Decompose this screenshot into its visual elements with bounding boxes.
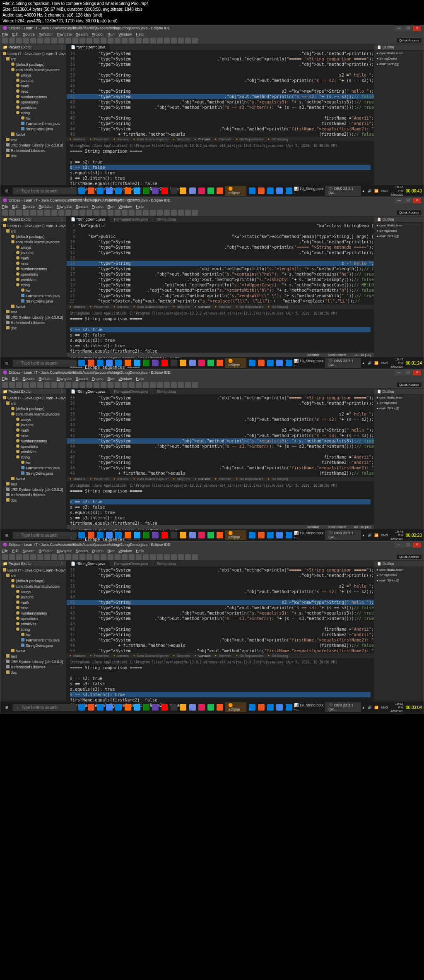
taskbar-icon[interactable]: [105, 530, 113, 540]
toolbar-icon[interactable]: [108, 382, 113, 388]
taskbar-icon[interactable]: [151, 358, 159, 368]
toolbar-icon[interactable]: [87, 554, 92, 560]
toolbar-icon[interactable]: [87, 210, 92, 216]
code-text[interactable]: "type">System: [78, 288, 147, 293]
tree-item[interactable]: misc: [1, 433, 65, 439]
outline-item[interactable]: ▸ main(String[]): [374, 578, 424, 583]
menu-item[interactable]: Run: [108, 377, 115, 381]
code-text[interactable]: "type">System: [78, 417, 244, 422]
taskbar-icon[interactable]: [198, 702, 206, 712]
toolbar-icon[interactable]: [37, 554, 43, 560]
menu-item[interactable]: Window: [118, 549, 132, 553]
editor-tab-active[interactable]: 📄 *StringDemo.java: [67, 389, 110, 394]
tree-item[interactable]: src: [1, 573, 65, 579]
tree-item[interactable]: com.itbulls.learnit.javacore: [1, 584, 65, 589]
minimize-button[interactable]: —: [395, 198, 403, 203]
tree-item[interactable]: primitives: [1, 449, 65, 455]
tree-item[interactable]: JRE System Library [jdk-13.0.2]: [1, 659, 65, 665]
code-text[interactable]: "type">System: [78, 126, 219, 132]
tree-item[interactable]: Referenced Libraries: [1, 320, 65, 326]
taskbar-icon[interactable]: [266, 702, 275, 712]
menu-item[interactable]: Help: [136, 377, 144, 381]
tree-item[interactable]: hw.txt: [1, 476, 65, 482]
console-tab[interactable]: 🔸 Servers: [112, 137, 129, 141]
taskbar-icon[interactable]: [124, 358, 132, 368]
menu-item[interactable]: Project: [92, 32, 104, 36]
tree-item[interactable]: string: [1, 283, 65, 288]
code-text[interactable]: "type">String: [78, 627, 324, 632]
taskbar-icon[interactable]: [207, 186, 215, 196]
taskbar-icon[interactable]: [216, 530, 224, 540]
tree-item[interactable]: StringDemo.java: [1, 127, 65, 132]
toolbar-icon[interactable]: [44, 554, 50, 560]
console-output[interactable]: StringDemo [Java Application] C:\Program…: [67, 142, 374, 185]
code-text[interactable]: "type">System: [78, 51, 299, 56]
taskbar-icon[interactable]: [275, 530, 284, 540]
taskbar-icon[interactable]: [96, 186, 104, 196]
taskbar-icon[interactable]: [257, 186, 265, 196]
toolbar-icon[interactable]: [80, 382, 85, 388]
toolbar-icon[interactable]: [192, 210, 198, 216]
tree-item[interactable]: hw: [1, 460, 65, 466]
toolbar-icon[interactable]: [143, 38, 149, 43]
taskbar-icon[interactable]: [275, 186, 284, 196]
outline-tab[interactable]: 📋 Outline: [374, 389, 424, 395]
tree-item[interactable]: numbersystems: [1, 439, 65, 444]
taskbar-icon[interactable]: [114, 358, 123, 368]
toolbar-icon[interactable]: [101, 38, 106, 43]
taskbar-icon[interactable]: [179, 358, 187, 368]
toolbar-icon[interactable]: [136, 38, 142, 43]
tree-item[interactable]: Learn IT - Java Core [Learn-IT-Java-Core…: [1, 396, 65, 401]
toolbar-icon[interactable]: [192, 382, 198, 388]
outline-item[interactable]: ▸ main(String[]): [374, 233, 424, 239]
editor-tab-active[interactable]: 📄 *StringDemo.java: [67, 216, 110, 222]
console-tab[interactable]: 🔸 Servers: [112, 654, 129, 658]
code-text[interactable]: "type">System: [78, 245, 224, 250]
tree-item[interactable]: JRE System Library [jdk-13.0.2]: [1, 143, 65, 148]
tree-item[interactable]: numbersystems: [1, 267, 65, 272]
toolbar-icon[interactable]: [136, 382, 142, 388]
taskbar-icon[interactable]: [275, 702, 284, 712]
search-box[interactable]: ○ Type here to search: [13, 360, 77, 367]
code-text[interactable]: "type">System: [78, 282, 162, 288]
console-tab[interactable]: 🔸 Terminal: [214, 477, 231, 481]
taskbar-icon[interactable]: [161, 186, 169, 196]
console-tab[interactable]: 🔸 Git Repositories: [235, 305, 263, 309]
toolbar-icon[interactable]: [178, 38, 184, 43]
system-tray[interactable]: ▲🔊📶ENG 10:47 PM4/5/2020 00:01:24: [362, 358, 422, 369]
toolbar-icon[interactable]: [157, 554, 163, 560]
code-text[interactable]: "type">System: [78, 277, 187, 282]
taskbar-icon[interactable]: [124, 186, 132, 196]
code-text[interactable]: [78, 67, 374, 72]
tree-item[interactable]: operations: [1, 100, 65, 105]
code-text[interactable]: "type">System: [78, 99, 179, 105]
console-tab[interactable]: 🔸 Properties: [89, 137, 109, 141]
code-text[interactable]: [78, 406, 374, 411]
taskbar-icon[interactable]: [170, 530, 178, 540]
taskbar-icon[interactable]: [216, 358, 224, 368]
tree-item[interactable]: math: [1, 600, 65, 605]
outline-item[interactable]: ▸ main(String[]): [374, 406, 424, 411]
code-text[interactable]: "type">System: [78, 94, 224, 99]
minimize-button[interactable]: —: [395, 370, 403, 375]
code-text[interactable]: "type">String: [78, 460, 322, 465]
close-button[interactable]: ✕: [413, 26, 421, 31]
code-text[interactable]: "type">String: [78, 121, 322, 126]
console-tab[interactable]: 🔸 Markers: [68, 654, 85, 658]
code-text[interactable]: "type">System: [78, 395, 217, 401]
toolbar-icon[interactable]: [80, 210, 85, 216]
taskbar-icon[interactable]: [133, 702, 141, 712]
tree-item[interactable]: hw.txt: [1, 649, 65, 654]
close-button[interactable]: ✕: [413, 198, 421, 203]
toolbar-icon[interactable]: [65, 554, 71, 560]
tree-item[interactable]: string: [1, 627, 65, 632]
code-text[interactable]: "type">System: [78, 433, 244, 438]
taskbar-icon[interactable]: [257, 702, 265, 712]
toolbar-icon[interactable]: [171, 38, 177, 43]
tree-item[interactable]: JRE System Library [jdk-13.0.2]: [1, 487, 65, 492]
toolbar-icon[interactable]: [185, 38, 191, 43]
tree-item[interactable]: test: [1, 137, 65, 143]
toolbar-icon[interactable]: [150, 210, 156, 216]
toolbar-icon[interactable]: [16, 554, 22, 560]
toolbar-icon[interactable]: [178, 554, 184, 560]
